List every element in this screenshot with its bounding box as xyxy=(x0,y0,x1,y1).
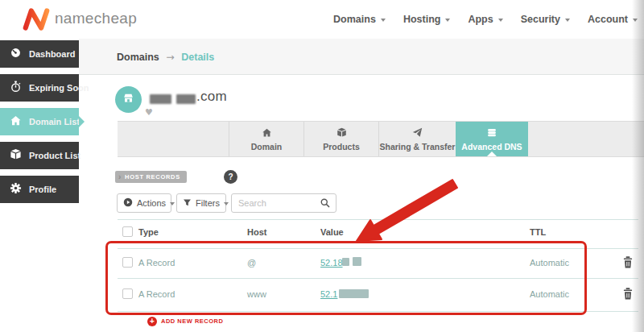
chevron-down-icon xyxy=(498,19,503,22)
tab-advanced-dns[interactable]: Advanced DNS xyxy=(456,122,528,156)
server-stack-icon xyxy=(456,127,528,138)
chevron-down-icon xyxy=(381,19,386,22)
delete-record-button[interactable] xyxy=(621,255,634,269)
active-tab-notch xyxy=(487,151,497,156)
sidebar-item-product-list[interactable]: Product List xyxy=(0,142,79,169)
filters-button[interactable]: Filters xyxy=(176,193,226,213)
top-navigation: Domains Hosting Apps Security Account xyxy=(333,0,638,39)
tab-domain[interactable]: Domain xyxy=(229,122,303,156)
breadcrumb: Domains → Details xyxy=(117,39,214,75)
house-icon xyxy=(10,114,22,130)
column-header-type: Type xyxy=(138,226,159,239)
breadcrumb-arrow-icon: → xyxy=(166,51,174,63)
record-value-link[interactable]: 52.1 xyxy=(320,288,337,301)
domain-tabs: Domain Products Sharing & Transfer Advan… xyxy=(118,121,644,157)
stopwatch-icon xyxy=(10,81,22,96)
actions-button[interactable]: Actions xyxy=(117,193,171,213)
search-box xyxy=(231,193,336,213)
chevron-down-icon xyxy=(565,19,570,22)
box-icon xyxy=(304,127,378,138)
chevron-down-icon xyxy=(445,19,450,22)
host-records-badge: › HOST RECORDS xyxy=(115,171,187,183)
chevron-right-icon: › xyxy=(118,171,122,183)
nav-domains[interactable]: Domains xyxy=(333,14,386,25)
search-input[interactable] xyxy=(232,194,319,212)
play-circle-icon xyxy=(123,196,133,210)
add-new-record-button[interactable]: ADD NEW RECORD xyxy=(161,317,223,326)
breadcrumb-current: Details xyxy=(181,52,214,63)
domain-tld: .com xyxy=(196,88,227,105)
tab-products[interactable]: Products xyxy=(303,122,378,156)
domain-avatar xyxy=(115,86,142,113)
chevron-down-icon xyxy=(633,19,638,22)
nav-security[interactable]: Security xyxy=(521,14,570,25)
table-divider xyxy=(118,278,638,279)
record-host: www xyxy=(247,288,266,301)
breadcrumb-bar: Domains → Details xyxy=(79,39,644,75)
breadcrumb-domains-link[interactable]: Domains xyxy=(117,52,159,63)
sidebar-item-dashboard[interactable]: Dashboard xyxy=(0,40,79,68)
chevron-down-icon xyxy=(170,202,175,205)
namecheap-logo-icon[interactable] xyxy=(22,7,51,31)
sidebar-item-domain-list[interactable]: Domain List xyxy=(0,108,79,135)
table-divider xyxy=(118,311,638,312)
plus-icon[interactable]: + xyxy=(147,317,157,326)
value-redacted xyxy=(342,258,349,266)
help-button[interactable]: ? xyxy=(224,170,237,184)
column-header-value: Value xyxy=(320,226,344,239)
box-icon xyxy=(10,148,22,164)
domain-name-redacted xyxy=(176,94,196,104)
column-header-ttl: TTL xyxy=(530,226,546,239)
delete-record-button[interactable] xyxy=(621,287,634,301)
house-icon xyxy=(229,127,303,138)
chevron-down-icon xyxy=(224,202,229,205)
value-redacted xyxy=(353,257,361,266)
namecheap-advanced-dns-page: namecheap Domains Hosting Apps Security … xyxy=(0,0,644,332)
brand-name: namecheap xyxy=(55,0,137,39)
select-all-checkbox[interactable] xyxy=(122,226,133,237)
nav-hosting[interactable]: Hosting xyxy=(403,14,451,25)
record-type: A Record xyxy=(138,256,175,269)
sidebar-item-expiring-soon[interactable]: Expiring Soon xyxy=(0,74,79,102)
sidebar-item-profile[interactable]: Profile xyxy=(0,176,79,203)
column-header-host: Host xyxy=(247,226,266,239)
record-ttl: Automatic xyxy=(530,288,569,301)
record-ttl: Automatic xyxy=(530,256,569,269)
record-host: @ xyxy=(247,256,256,269)
row-checkbox[interactable] xyxy=(122,288,133,299)
tab-sharing-transfer[interactable]: Sharing & Transfer xyxy=(378,122,456,156)
domain-name-redacted xyxy=(150,94,171,104)
gear-icon xyxy=(10,182,22,197)
table-divider xyxy=(118,248,638,249)
gauge-icon xyxy=(10,47,22,62)
table-divider xyxy=(118,219,638,220)
record-type: A Record xyxy=(138,288,175,301)
record-value-link[interactable]: 52.18 xyxy=(320,256,343,269)
funnel-icon xyxy=(183,196,192,210)
nav-apps[interactable]: Apps xyxy=(468,14,502,25)
storefront-icon xyxy=(122,91,135,108)
paper-plane-icon xyxy=(379,127,456,138)
row-checkbox[interactable] xyxy=(122,257,133,268)
favorite-heart-icon[interactable]: ♥ xyxy=(145,108,153,117)
search-icon[interactable] xyxy=(320,197,331,212)
value-redacted xyxy=(339,289,369,298)
nav-account[interactable]: Account xyxy=(588,14,638,25)
